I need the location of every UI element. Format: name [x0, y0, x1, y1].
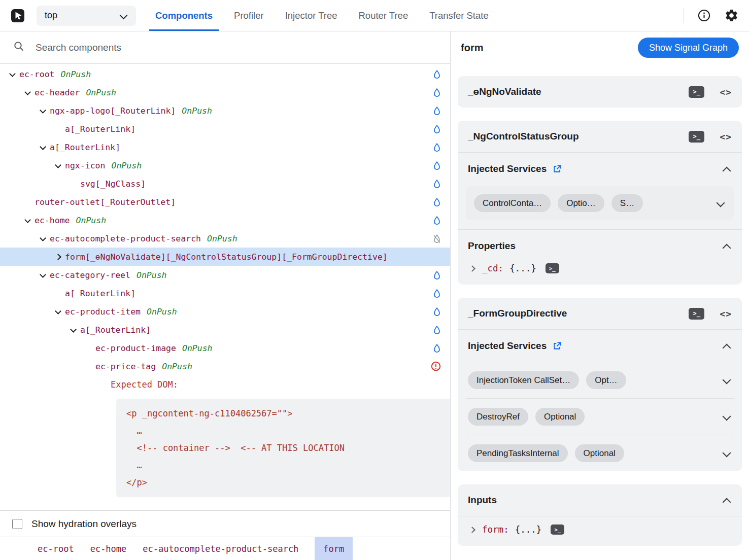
hydration-droplet-icon[interactable] — [433, 270, 441, 280]
tree-node-a-routerlink[interactable]: a[_RouterLink] — [0, 120, 450, 138]
tab-injector-tree[interactable]: Injector Tree — [279, 0, 344, 31]
code-line: <!-- container --> <-- AT THIS LOCATION — [126, 439, 450, 457]
log-to-console-icon[interactable]: >_ — [551, 524, 564, 535]
breadcrumb-item-ec-autocomplete-product-search[interactable]: ec-autocomplete-product-search — [143, 537, 298, 560]
chevron-right-icon[interactable] — [468, 263, 478, 273]
expand-row-icon[interactable] — [722, 448, 732, 459]
tree-node-ngx-icon[interactable]: ngx-iconOnPush — [0, 156, 450, 174]
breadcrumb-item-form-selected[interactable]: form — [315, 537, 353, 560]
tree-node-ec-category-reel[interactable]: ec-category-reelOnPush — [0, 266, 450, 284]
tab-transfer-state[interactable]: Transfer State — [423, 0, 495, 31]
tree-node-router-outlet[interactable]: router-outlet[_RouterOutlet] — [0, 193, 450, 211]
hydration-droplet-icon[interactable] — [433, 289, 441, 298]
collapse-section-icon[interactable] — [722, 164, 732, 174]
chevron-down-icon[interactable] — [21, 83, 35, 101]
search-input[interactable] — [36, 42, 437, 53]
log-to-console-icon[interactable]: >_ — [546, 263, 559, 273]
chevron-down-icon[interactable] — [21, 211, 35, 229]
chevron-down-icon[interactable] — [37, 138, 50, 156]
hydration-skipped-droplet-icon[interactable] — [433, 234, 441, 243]
injected-service-pill[interactable]: Optio… — [558, 194, 604, 212]
hydration-droplet-icon[interactable] — [433, 106, 441, 116]
view-source-icon[interactable]: <> — [720, 308, 732, 319]
chevron-down-icon[interactable] — [37, 266, 50, 284]
hydration-droplet-icon[interactable] — [433, 325, 441, 335]
expand-row-icon[interactable] — [722, 375, 732, 386]
hydration-droplet-icon[interactable] — [433, 143, 441, 152]
breadcrumb-item-ec-home[interactable]: ec-home — [90, 537, 127, 560]
hydration-droplet-icon[interactable] — [433, 69, 441, 79]
chevron-right-icon[interactable] — [52, 248, 65, 266]
tab-router-tree[interactable]: Router Tree — [353, 0, 415, 31]
log-to-console-icon[interactable]: >_ — [689, 131, 704, 143]
hydration-droplet-icon[interactable] — [433, 343, 441, 353]
inputs-card-header[interactable]: Inputs — [458, 484, 742, 516]
view-source-icon[interactable]: <> — [720, 131, 732, 142]
tree-node-a-routerlink[interactable]: a[_RouterLink] — [0, 138, 450, 156]
inspect-component-icon[interactable] — [10, 8, 25, 23]
chevron-down-icon[interactable] — [52, 156, 65, 174]
tab-profiler[interactable]: Profiler — [228, 0, 270, 31]
chevron-down-icon[interactable] — [67, 321, 80, 339]
collapse-section-icon[interactable] — [722, 241, 732, 251]
tree-node-ec-product-item[interactable]: ec-product-itemOnPush — [0, 302, 450, 321]
properties-section-header[interactable]: Properties — [458, 230, 742, 262]
chevron-down-icon[interactable] — [6, 65, 19, 83]
injected-service-pill[interactable]: Optional — [535, 408, 585, 426]
property-key: form: — [482, 524, 509, 535]
tree-node-a-routerlink[interactable]: a[_RouterLink] — [0, 284, 450, 302]
hydration-droplet-icon[interactable] — [433, 124, 441, 134]
component-name: a — [80, 325, 85, 335]
view-source-icon[interactable]: <> — [720, 87, 732, 97]
injected-services-section-header[interactable]: Injected Services — [458, 330, 742, 362]
info-icon[interactable] — [697, 9, 711, 22]
tree-node-svg-ngclass[interactable]: svg[_NgClass] — [0, 174, 450, 193]
hydration-overlays-checkbox[interactable] — [12, 519, 22, 529]
tree-node-ec-root[interactable]: ec-rootOnPush — [0, 65, 450, 83]
chevron-down-icon[interactable] — [52, 302, 65, 321]
hydration-droplet-icon[interactable] — [433, 161, 441, 170]
hydration-error-icon[interactable] — [431, 361, 441, 371]
collapse-section-icon[interactable] — [722, 341, 732, 351]
external-link-icon[interactable] — [553, 164, 562, 173]
tree-node-ec-autocomplete-product-search[interactable]: ec-autocomplete-product-searchOnPush — [0, 229, 450, 248]
tree-node-form-selected[interactable]: form[_ɵNgNoValidate][_NgControlStatusGro… — [0, 248, 450, 266]
hydration-droplet-icon[interactable] — [433, 179, 441, 189]
injected-service-pill[interactable]: Opt… — [586, 371, 626, 389]
hydration-droplet-icon[interactable] — [433, 197, 441, 207]
injected-service-pill[interactable]: ControlConta… — [474, 194, 551, 212]
expand-row-icon[interactable] — [722, 412, 732, 422]
show-signal-graph-button[interactable]: Show Signal Graph — [638, 38, 739, 58]
tree-node-ec-product-image[interactable]: ec-product-imageOnPush — [0, 339, 450, 357]
injected-service-pill[interactable]: DestroyRef — [468, 408, 528, 426]
tree-node-a-routerlink[interactable]: a[_RouterLink] — [0, 321, 450, 339]
injected-service-pill[interactable]: S… — [611, 194, 643, 212]
tree-node-ec-price-tag[interactable]: ec-price-tagOnPush — [0, 357, 450, 375]
breadcrumb-item-ec-root[interactable]: ec-root — [38, 537, 74, 560]
frame-selector-dropdown[interactable]: top — [37, 6, 136, 26]
injected-service-pill[interactable]: Optional — [575, 444, 624, 462]
selected-component-title: form — [461, 42, 483, 54]
external-link-icon[interactable] — [553, 341, 562, 351]
collapse-section-icon[interactable] — [722, 495, 732, 505]
expand-row-icon[interactable] — [716, 198, 726, 208]
injected-services-section-header[interactable]: Injected Services — [458, 153, 742, 185]
settings-gear-icon[interactable] — [724, 8, 739, 23]
property-row[interactable]: _cd: {...} >_ — [458, 262, 742, 285]
frame-selector-value: top — [45, 10, 57, 21]
log-to-console-icon[interactable]: >_ — [689, 308, 704, 320]
input-property-row[interactable]: form: {...} >_ — [458, 516, 742, 546]
chevron-down-icon[interactable] — [37, 229, 50, 248]
tab-components[interactable]: Components — [149, 0, 219, 31]
tree-node-ec-home[interactable]: ec-homeOnPush — [0, 211, 450, 229]
tree-node-ec-header[interactable]: ec-headerOnPush — [0, 83, 450, 101]
hydration-droplet-icon[interactable] — [433, 307, 441, 317]
chevron-down-icon[interactable] — [37, 101, 50, 120]
hydration-droplet-icon[interactable] — [433, 88, 441, 97]
chevron-right-icon[interactable] — [468, 524, 478, 535]
injected-service-pill[interactable]: InjectionToken CallSet… — [468, 371, 579, 389]
tree-node-ngx-app-logo[interactable]: ngx-app-logo[_RouterLink]OnPush — [0, 101, 450, 120]
hydration-droplet-icon[interactable] — [433, 216, 441, 225]
injected-service-pill[interactable]: PendingTasksInternal — [468, 444, 568, 462]
log-to-console-icon[interactable]: >_ — [689, 86, 704, 98]
